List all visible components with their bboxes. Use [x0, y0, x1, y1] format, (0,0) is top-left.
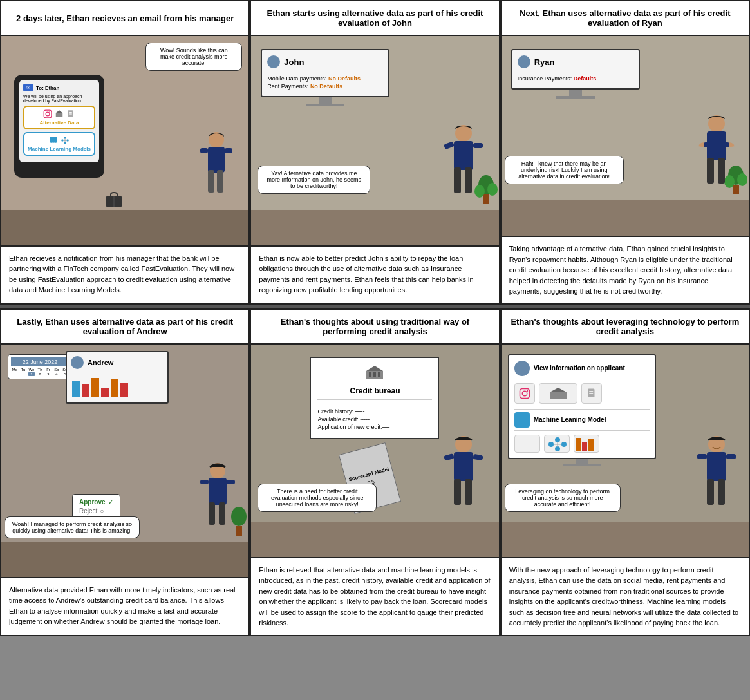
svg-rect-50: [227, 480, 235, 484]
svg-point-19: [64, 137, 66, 139]
ryan-avatar: [518, 55, 530, 68]
panel-2: Ethan starts using alternative data as p…: [250, 0, 500, 305]
ml-icon-b: [544, 435, 570, 453]
svg-point-73: [555, 437, 560, 442]
doc-icon: [581, 383, 602, 404]
svg-point-72: [548, 442, 554, 447]
svg-marker-10: [55, 110, 63, 113]
ethan-figure-2: [438, 124, 489, 210]
panel-5-header: Ethan's thoughts about using traditional…: [251, 310, 498, 345]
panel-3-caption: Taking advantage of alternative data, Et…: [502, 236, 749, 303]
briefcase-icon: [104, 191, 124, 210]
reject-circle: ○: [100, 507, 104, 515]
panel-5-caption: Ethan is relieved that alternative data …: [251, 557, 498, 635]
svg-point-65: [522, 391, 527, 396]
svg-rect-1: [208, 147, 225, 173]
ml-label: Machine Learning Models: [28, 146, 91, 152]
panel-3: Next, Ethan uses alternative data as par…: [500, 0, 750, 305]
panel-3-header: Next, Ethan uses alternative data as par…: [502, 1, 749, 36]
svg-point-7: [46, 112, 50, 116]
speech-bubble-1: Wow! Sounds like this can make credit an…: [145, 43, 242, 76]
approve-reject-box[interactable]: Approve ✓ Reject ○: [72, 494, 120, 519]
svg-rect-47: [209, 502, 215, 525]
svg-point-8: [49, 111, 50, 113]
panel-6-header: Ethan's thoughts about leveraging techno…: [502, 310, 749, 345]
panel-6-caption: With the new approach of leveraging tech…: [502, 557, 749, 635]
svg-rect-82: [697, 454, 707, 459]
svg-rect-48: [219, 502, 225, 525]
reject-label: Reject: [79, 507, 97, 515]
svg-point-21: [64, 142, 66, 144]
panel-2-header: Ethan starts using alternative data as p…: [251, 1, 498, 36]
svg-marker-68: [550, 388, 567, 392]
credit-bureau-box: Credit bureau Credit history: ----- Avai…: [310, 357, 439, 439]
john-data2: Rent Payments: No Defaults: [267, 83, 383, 90]
alt-data-label: Alternative Data: [40, 120, 79, 126]
computer-monitor-john: John Mobile Data payments: No Defaults R…: [261, 49, 389, 106]
svg-point-74: [561, 442, 567, 447]
person-figure-1: [194, 130, 239, 210]
panel-1-header: 2 days later, Ethan recieves an email fr…: [1, 1, 248, 36]
svg-rect-83: [726, 454, 736, 459]
ml-icon-2: [514, 412, 530, 428]
svg-rect-60: [454, 479, 461, 505]
svg-rect-2: [208, 170, 214, 193]
ryan-data1: Insurance Payments: Defaults: [518, 75, 633, 82]
panel-1: 2 days later, Ethan recieves an email fr…: [0, 0, 250, 305]
panel-5-scene: Credit bureau Credit history: ----- Avai…: [251, 345, 498, 557]
svg-point-20: [66, 139, 69, 142]
panel-2-caption: Ethan is now able to better predict John…: [251, 245, 498, 303]
svg-rect-29: [465, 167, 472, 193]
bureau-line1: Credit history: -----: [317, 408, 432, 415]
svg-rect-56: [373, 372, 376, 377]
panel-4-scene: 22 June 2022 MoTuWeThFrSaSu 12345 Andrew: [1, 345, 248, 577]
andrew-name-top: Andrew: [88, 359, 113, 366]
ryan-speech-text: Hah! I knew that there may be an underly…: [505, 156, 624, 184]
monitor-andrew-top: Andrew: [66, 351, 169, 404]
svg-rect-49: [200, 480, 209, 484]
svg-rect-59: [454, 452, 473, 481]
svg-rect-6: [44, 110, 52, 118]
tech-speech-bubble: Leveraging on technology to perform cred…: [505, 484, 621, 512]
alt-data-box: Alternative Data: [23, 106, 95, 129]
svg-rect-61: [465, 479, 472, 505]
comic-grid: 2 days later, Ethan recieves an email fr…: [0, 0, 750, 636]
svg-rect-3: [217, 170, 223, 193]
ryan-speech-bubble: Hah! I knew that there may be an underly…: [505, 156, 624, 184]
svg-rect-31: [473, 143, 483, 148]
panel-4: Lastly, Ethan uses alternative data as p…: [0, 308, 250, 636]
email-to: To: Ethan: [36, 85, 59, 91]
panel-4-caption: Alternative data provided Ethan with mor…: [1, 577, 248, 635]
svg-rect-79: [707, 452, 726, 481]
tech-speech-text: Leveraging on technology to perform cred…: [505, 484, 621, 512]
ryan-name: Ryan: [534, 57, 555, 67]
panel-4-header: Lastly, Ethan uses alternative data as p…: [1, 310, 248, 345]
svg-rect-27: [454, 141, 473, 170]
john-avatar: [267, 55, 280, 68]
panel-6: Ethan's thoughts about leveraging techno…: [500, 308, 750, 636]
john-data1: Mobile Data payments: No Defaults: [267, 75, 383, 82]
bank-icon: [539, 383, 577, 404]
john-speech-bubble: Yay! Alternative data provides me more I…: [258, 166, 370, 194]
bureau-line3: Application of new credit:----: [317, 424, 432, 430]
bureau-line2: Available credit: -----: [317, 416, 432, 422]
panel-1-caption: Ethan recieves a notification from his m…: [1, 245, 248, 303]
approve-check: ✓: [108, 498, 113, 506]
svg-rect-55: [369, 372, 371, 377]
ml-icon-a: [514, 435, 540, 453]
tech-avatar-icon: [514, 361, 530, 376]
svg-rect-5: [225, 148, 232, 153]
svg-point-18: [61, 139, 64, 142]
ethan-figure-3: [691, 114, 742, 200]
ml-label-box: Machine Learning Models: [23, 132, 95, 156]
svg-rect-80: [707, 479, 714, 505]
panel-3-scene: Ryan Insurance Payments: Defaults Hah! I…: [502, 36, 749, 236]
svg-point-66: [527, 390, 528, 391]
john-speech-text: Yay! Alternative data provides me more I…: [258, 166, 370, 194]
calendar-1: 22 June 2022 MoTuWeThFrSaSu 12345: [8, 354, 72, 379]
andrew-avatar-top: [71, 356, 84, 369]
svg-rect-28: [454, 167, 461, 193]
ethan-figure-4: [194, 462, 242, 542]
svg-rect-62: [444, 453, 455, 461]
andrew-speech-bubble: Woah! I managed to perform credit analys…: [5, 516, 140, 538]
